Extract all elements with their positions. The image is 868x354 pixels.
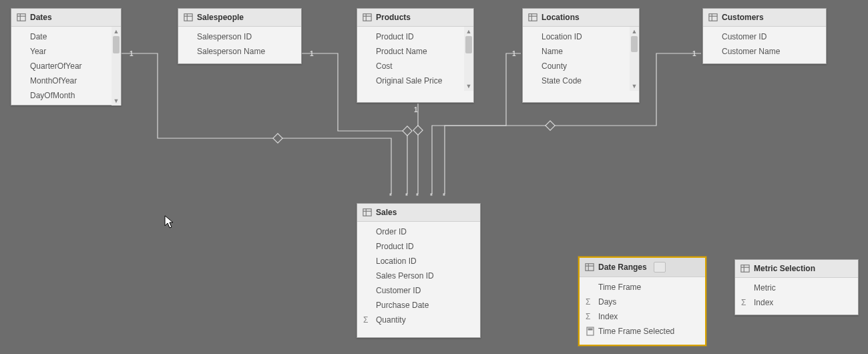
table-icon (740, 264, 750, 273)
field-row[interactable]: Product ID (357, 239, 480, 254)
table-date-ranges[interactable]: Date Ranges Time Frame ΣDays ΣIndex Time… (578, 256, 706, 346)
field-row[interactable]: ΣIndex (580, 309, 705, 324)
field-row[interactable]: Location ID (357, 254, 480, 269)
table-header[interactable]: Date Ranges (580, 258, 705, 277)
field-row[interactable]: DayOfMonth (11, 88, 121, 103)
svg-rect-14 (17, 14, 25, 21)
table-title: Products (376, 13, 411, 22)
svg-rect-12 (546, 121, 555, 130)
svg-text:1: 1 (414, 106, 418, 114)
table-dates[interactable]: Dates Date Year QuarterOfYear MonthOfYea… (11, 8, 122, 106)
svg-rect-32 (586, 264, 594, 271)
field-row[interactable]: Purchase Date (357, 298, 480, 313)
scroll-thumb[interactable] (465, 36, 472, 53)
model-canvas[interactable]: 1 * 1 * 1 * 1 * 1 * Dates Date Year Quar… (0, 0, 868, 354)
table-sales[interactable]: Sales Order ID Product ID Location ID Sa… (357, 203, 481, 338)
table-icon (585, 262, 594, 272)
table-header[interactable]: Metric Selection (735, 260, 858, 278)
field-row[interactable]: Location ID (523, 29, 639, 44)
sigma-icon: Σ (363, 315, 373, 325)
field-row[interactable]: Date (11, 29, 121, 44)
svg-text:*: * (416, 192, 419, 200)
scroll-thumb[interactable] (631, 36, 638, 52)
svg-text:*: * (443, 192, 445, 200)
scrollbar[interactable]: ▲ ▼ (630, 27, 639, 91)
table-salespeople[interactable]: Salespeople Salesperson ID Salesperson N… (178, 8, 302, 64)
svg-text:1: 1 (310, 50, 314, 57)
scrollbar[interactable]: ▲ ▼ (112, 27, 121, 106)
svg-rect-26 (709, 14, 717, 21)
scrollbar[interactable]: ▲ ▼ (464, 27, 473, 91)
field-row[interactable]: Metric (735, 281, 858, 295)
svg-rect-23 (529, 14, 537, 21)
sigma-icon: Σ (586, 312, 595, 321)
field-list: Date Year QuarterOfYear MonthOfYear DayO… (11, 27, 121, 106)
table-title: Locations (541, 13, 580, 22)
table-icon (363, 13, 372, 22)
sigma-icon: Σ (586, 297, 595, 307)
field-row[interactable]: Customer ID (357, 283, 480, 298)
field-row[interactable]: Order ID (357, 224, 480, 239)
field-row[interactable]: Sales Person ID (357, 269, 480, 283)
table-icon (708, 13, 718, 22)
field-row[interactable]: Salesperson ID (178, 29, 301, 44)
field-row[interactable]: Customer ID (703, 29, 826, 44)
table-title: Date Ranges (598, 262, 647, 272)
field-row[interactable]: Year (11, 44, 121, 59)
svg-text:*: * (405, 192, 408, 200)
field-row[interactable]: State Code (523, 73, 639, 88)
field-row[interactable]: Σ Quantity (357, 313, 480, 327)
table-icon (17, 13, 26, 22)
field-row[interactable]: Time Frame Selected (580, 324, 705, 339)
svg-rect-1 (273, 134, 282, 143)
table-icon (363, 208, 372, 217)
svg-text:1: 1 (512, 50, 516, 57)
calculator-icon (586, 327, 595, 336)
svg-rect-37 (741, 265, 749, 273)
mouse-cursor-icon (164, 215, 175, 230)
field-row[interactable]: Customer Name (703, 44, 826, 59)
field-row[interactable]: ΣDays (580, 295, 705, 309)
field-row[interactable]: County (523, 59, 639, 73)
svg-rect-29 (363, 209, 371, 216)
table-metric-selection[interactable]: Metric Selection Metric ΣIndex (734, 259, 859, 315)
field-row[interactable]: Product ID (357, 29, 473, 44)
table-icon (528, 13, 537, 22)
field-row[interactable]: ΣIndex (735, 295, 858, 310)
scroll-down-icon[interactable]: ▼ (630, 81, 639, 91)
scroll-up-icon[interactable]: ▲ (112, 27, 121, 36)
svg-rect-36 (588, 329, 593, 331)
table-products[interactable]: Products Product ID Product Name Cost Or… (357, 8, 474, 103)
table-title: Metric Selection (754, 264, 815, 273)
scroll-up-icon[interactable]: ▲ (630, 27, 639, 36)
field-row[interactable]: Product Name (357, 44, 473, 59)
table-icon (184, 13, 193, 22)
scroll-down-icon[interactable]: ▼ (464, 81, 473, 91)
field-row[interactable]: MonthOfYear (11, 73, 121, 88)
svg-text:1: 1 (130, 50, 134, 57)
table-header[interactable]: Locations (523, 9, 639, 27)
svg-text:*: * (389, 192, 392, 200)
svg-rect-4 (403, 126, 412, 136)
field-row[interactable]: Salesperson Name (178, 44, 301, 59)
table-locations[interactable]: Locations Location ID Name County State … (522, 8, 640, 103)
table-header[interactable]: Customers (703, 9, 826, 27)
field-row[interactable]: Time Frame (580, 280, 705, 295)
table-header[interactable]: Products (357, 9, 473, 27)
table-title: Dates (30, 13, 52, 22)
svg-rect-17 (184, 14, 192, 21)
scroll-thumb[interactable] (113, 36, 120, 53)
field-row[interactable]: Name (523, 44, 639, 59)
table-header[interactable]: Salespeople (178, 9, 301, 27)
scroll-up-icon[interactable]: ▲ (464, 27, 473, 36)
svg-text:1: 1 (692, 50, 696, 57)
scroll-down-icon[interactable]: ▼ (112, 96, 121, 106)
field-row[interactable]: QuarterOfYear (11, 59, 121, 73)
table-customers[interactable]: Customers Customer ID Customer Name (702, 8, 827, 64)
field-row[interactable]: Original Sale Price (357, 73, 473, 88)
table-title: Salespeople (197, 13, 244, 22)
svg-text:*: * (430, 192, 433, 200)
field-row[interactable]: Cost (357, 59, 473, 73)
table-header[interactable]: Dates (11, 9, 121, 27)
table-header[interactable]: Sales (357, 204, 480, 222)
